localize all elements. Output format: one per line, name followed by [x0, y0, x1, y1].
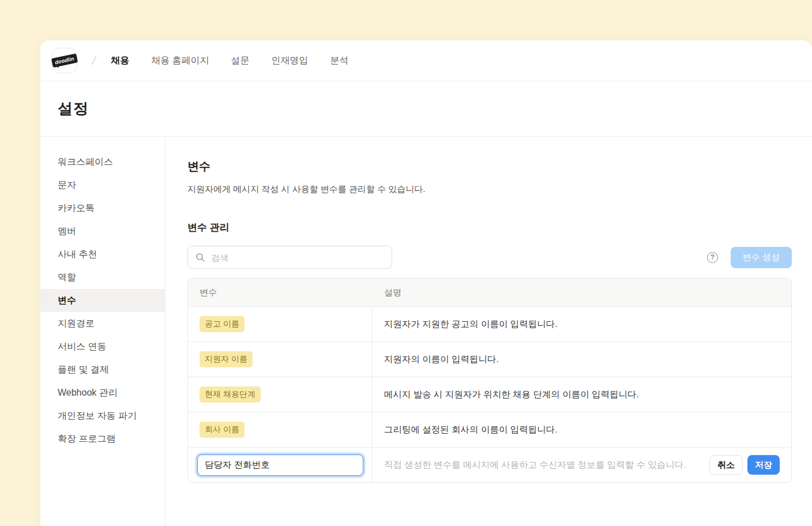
- variable-cell-editing: [188, 448, 373, 482]
- variable-badge: 회사 이름: [200, 422, 245, 438]
- app-window: doodlin / 채용 채용 홈페이지 설문 인재영입 분석 설정 워크스페이…: [40, 40, 812, 526]
- create-variable-button[interactable]: 변수 생성: [731, 247, 792, 268]
- description-cell: 그리팅에 설정된 회사의 이름이 입력됩니다.: [373, 412, 791, 447]
- doodlin-logo-text: doodlin: [54, 56, 74, 66]
- variable-management-title: 변수 관리: [187, 221, 792, 234]
- top-navigation: doodlin / 채용 채용 홈페이지 설문 인재영입 분석: [40, 40, 812, 81]
- save-button[interactable]: 저장: [747, 455, 780, 475]
- cancel-button[interactable]: 취소: [709, 455, 743, 475]
- tab-career-site[interactable]: 채용 홈페이지: [151, 55, 209, 67]
- sidebar-item-plan-billing[interactable]: 플랜 및 결제: [40, 358, 165, 381]
- table-row: 회사 이름 그리팅에 설정된 회사의 이름이 입력됩니다.: [188, 412, 791, 447]
- sidebar-item-sms[interactable]: 문자: [40, 174, 165, 197]
- sidebar-item-application-channels[interactable]: 지원경로: [40, 312, 165, 335]
- doodlin-logo-bubble: doodlin: [51, 54, 78, 68]
- breadcrumb-separator: /: [92, 53, 96, 68]
- column-header-variable: 변수: [188, 287, 373, 298]
- page-title-bar: 설정: [40, 81, 812, 137]
- variable-description: 지원자의 이름이 입력됩니다.: [384, 354, 499, 366]
- variable-cell: 회사 이름: [188, 412, 373, 447]
- section-description: 지원자에게 메시지 작성 시 사용할 변수를 관리할 수 있습니다.: [187, 184, 792, 195]
- sidebar-item-privacy-auto-purge[interactable]: 개인정보 자동 파기: [40, 404, 165, 427]
- doodlin-logo[interactable]: doodlin: [52, 48, 77, 73]
- new-variable-hint: 직접 생성한 변수를 메시지에 사용하고 수신자별 정보를 입력할 수 있습니다…: [384, 459, 686, 471]
- settings-sidebar: 워크스페이스 문자 카카오톡 멤버 사내 추천 역할 변수 지원경로 서비스 연…: [40, 137, 166, 526]
- sidebar-item-extensions[interactable]: 확장 프로그램: [40, 427, 165, 450]
- table-header-row: 변수 설명: [188, 279, 791, 306]
- sidebar-item-webhook[interactable]: Webhook 관리: [40, 381, 165, 404]
- variable-cell: 공고 이름: [188, 307, 373, 341]
- tab-analytics[interactable]: 분석: [330, 55, 349, 67]
- variables-table: 변수 설명 공고 이름 지원자가 지원한 공고의 이름이 입력됩니다. 지원자 …: [187, 278, 792, 483]
- description-cell: 지원자의 이름이 입력됩니다.: [373, 342, 791, 377]
- variable-badge: 현재 채용단계: [200, 386, 261, 403]
- toolbar-right: ? 변수 생성: [707, 247, 792, 268]
- variable-cell: 지원자 이름: [188, 342, 373, 377]
- tab-survey[interactable]: 설문: [231, 55, 250, 67]
- sidebar-item-members[interactable]: 멤버: [40, 220, 165, 243]
- sidebar-item-workspace[interactable]: 워크스페이스: [40, 151, 165, 174]
- new-variable-name-input[interactable]: [197, 454, 363, 476]
- table-row-editing: 직접 생성한 변수를 메시지에 사용하고 수신자별 정보를 입력할 수 있습니다…: [188, 447, 791, 482]
- tab-talent-sourcing[interactable]: 인재영입: [272, 55, 309, 67]
- description-cell-editing: 직접 생성한 변수를 메시지에 사용하고 수신자별 정보를 입력할 수 있습니다…: [373, 448, 791, 482]
- search-icon: [196, 253, 205, 262]
- variable-description: 메시지 발송 시 지원자가 위치한 채용 단계의 이름이 입력됩니다.: [384, 389, 639, 401]
- edit-row-actions: 취소 저장: [709, 455, 780, 475]
- variable-badge: 지원자 이름: [200, 351, 253, 367]
- sidebar-item-variables[interactable]: 변수: [40, 289, 165, 312]
- table-row: 현재 채용단계 메시지 발송 시 지원자가 위치한 채용 단계의 이름이 입력됩…: [188, 377, 791, 412]
- column-header-description: 설명: [373, 287, 791, 298]
- sidebar-item-service-integration[interactable]: 서비스 연동: [40, 335, 165, 358]
- page-title: 설정: [58, 99, 89, 119]
- section-title: 변수: [187, 159, 792, 174]
- table-row: 지원자 이름 지원자의 이름이 입력됩니다.: [188, 341, 791, 377]
- sidebar-item-internal-referral[interactable]: 사내 추천: [40, 243, 165, 266]
- description-cell: 메시지 발송 시 지원자가 위치한 채용 단계의 이름이 입력됩니다.: [373, 377, 791, 412]
- page-body: 워크스페이스 문자 카카오톡 멤버 사내 추천 역할 변수 지원경로 서비스 연…: [40, 137, 812, 526]
- help-icon[interactable]: ?: [707, 252, 718, 263]
- tab-recruiting[interactable]: 채용: [111, 55, 129, 67]
- table-row: 공고 이름 지원자가 지원한 공고의 이름이 입력됩니다.: [188, 306, 791, 341]
- variables-toolbar: ? 변수 생성: [187, 246, 792, 269]
- main-nav-tabs: 채용 채용 홈페이지 설문 인재영입 분석: [111, 55, 348, 67]
- search-input[interactable]: [210, 252, 384, 263]
- variable-description: 지원자가 지원한 공고의 이름이 입력됩니다.: [384, 318, 558, 330]
- search-box[interactable]: [187, 246, 392, 269]
- variable-cell: 현재 채용단계: [188, 377, 373, 412]
- variable-badge: 공고 이름: [200, 316, 245, 332]
- description-cell: 지원자가 지원한 공고의 이름이 입력됩니다.: [373, 307, 791, 341]
- sidebar-item-roles[interactable]: 역할: [40, 266, 165, 289]
- sidebar-item-kakaotalk[interactable]: 카카오톡: [40, 197, 165, 220]
- variable-description: 그리팅에 설정된 회사의 이름이 입력됩니다.: [384, 424, 558, 436]
- variables-panel: 변수 지원자에게 메시지 작성 시 사용할 변수를 관리할 수 있습니다. 변수…: [166, 137, 812, 526]
